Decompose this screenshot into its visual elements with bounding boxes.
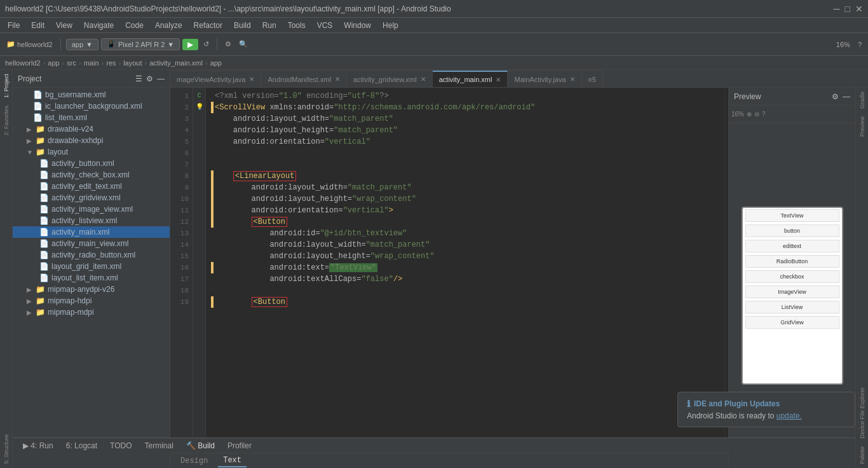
expand-icon-3[interactable]: ▶ xyxy=(27,126,33,133)
tab-gradle[interactable]: Gradle xyxy=(858,88,867,113)
editor-tab-close-3[interactable]: ✕ xyxy=(496,76,501,83)
tab-profiler[interactable]: Profiler xyxy=(222,440,257,451)
tree-item-15[interactable]: 📄layout_grid_item.xml xyxy=(13,261,170,272)
toolbar-icon-2[interactable]: 🔍 xyxy=(236,39,250,50)
tab-favorites[interactable]: 2: Favorites xyxy=(2,102,11,139)
tree-item-9[interactable]: 📄activity_gridview.xml xyxy=(13,192,170,203)
breadcrumb-item-7[interactable]: app xyxy=(210,59,222,67)
update-link[interactable]: update. xyxy=(776,411,802,420)
tab-device-file-explorer[interactable]: Device File Explorer xyxy=(858,383,867,443)
menu-item-edit[interactable]: Edit xyxy=(26,20,50,31)
breadcrumb-item-2[interactable]: src xyxy=(67,59,76,67)
breadcrumb-item-6[interactable]: activity_main.xml xyxy=(149,59,203,67)
tab-run[interactable]: ▶ 4: Run xyxy=(18,440,58,451)
tree-item-19[interactable]: ▶📁mipmap-mdpi xyxy=(13,306,170,318)
expand-icon-5[interactable]: ▼ xyxy=(27,149,33,156)
menu-item-build[interactable]: Build xyxy=(229,20,256,31)
editor-tab-close-0[interactable]: ✕ xyxy=(249,76,254,83)
design-tab-design[interactable]: Design xyxy=(175,455,213,467)
tree-item-13[interactable]: 📄activity_main_view.xml xyxy=(13,238,170,249)
project-name-label[interactable]: 📁 helloworld2 xyxy=(4,39,55,50)
tree-item-18[interactable]: ▶📁mipmap-hdpi xyxy=(13,295,170,306)
tab-terminal[interactable]: Terminal xyxy=(140,440,179,451)
toolbar-icon-1[interactable]: ⚙ xyxy=(222,39,234,50)
expand-icon-18[interactable]: ▶ xyxy=(27,298,33,305)
editor-tab-close-1[interactable]: ✕ xyxy=(335,76,340,83)
tree-item-1[interactable]: 📄ic_launcher_background.xml xyxy=(13,100,170,112)
tab-preview-vtab[interactable]: Preview xyxy=(858,113,867,141)
tree-item-7[interactable]: 📄activity_check_box.xml xyxy=(13,169,170,181)
maximize-button[interactable]: □ xyxy=(845,4,850,14)
project-action-icon-1[interactable]: ☰ xyxy=(135,74,142,83)
menu-item-code[interactable]: Code xyxy=(120,20,149,31)
menu-item-window[interactable]: Window xyxy=(339,20,376,31)
breadcrumb-item-0[interactable]: helloworld2 xyxy=(5,59,41,67)
preview-close-icon[interactable]: — xyxy=(843,92,850,101)
tree-item-6[interactable]: 📄activity_button.xml xyxy=(13,158,170,169)
tree-item-0[interactable]: 📄bg_username.xml xyxy=(13,89,170,100)
menu-item-refactor[interactable]: Refactor xyxy=(189,20,227,31)
tab-structure[interactable]: 5: Structure xyxy=(2,430,11,468)
editor-tab-close-4[interactable]: ✕ xyxy=(570,76,575,83)
code-editor[interactable]: 12345678910111213141516171819 C💡 <?xml v… xyxy=(170,88,728,468)
xml-icon-0: 📄 xyxy=(33,90,43,99)
close-button[interactable]: ✕ xyxy=(855,4,863,14)
project-action-icon-2[interactable]: ⚙ xyxy=(146,74,153,83)
project-action-icon-3[interactable]: — xyxy=(157,74,165,83)
editor-tab-0[interactable]: mageViewActivity.java✕ xyxy=(170,71,261,87)
tree-item-17[interactable]: ▶📁mipmap-anydpi-v26 xyxy=(13,284,170,295)
menu-item-help[interactable]: Help xyxy=(377,20,403,31)
code-line-1: <?xml version="1.0" encoding="utf-8"?> xyxy=(211,90,719,102)
design-tab-text[interactable]: Text xyxy=(218,455,247,467)
tree-item-11[interactable]: 📄activity_listview.xml xyxy=(13,215,170,226)
window-controls[interactable]: ─ □ ✕ xyxy=(834,4,863,14)
tab-build[interactable]: 🔨 Build xyxy=(181,440,220,451)
tree-item-16[interactable]: 📄layout_list_item.xml xyxy=(13,272,170,284)
breadcrumb-item-3[interactable]: main xyxy=(84,59,99,67)
expand-icon-17[interactable]: ▶ xyxy=(27,286,33,293)
menu-item-view[interactable]: View xyxy=(51,20,78,31)
tab-logcat[interactable]: 6: Logcat xyxy=(61,440,102,451)
device-selector[interactable]: 📱 Pixel 2 API R 2 ▼ xyxy=(101,38,180,50)
preview-settings-icon[interactable]: ⚙ xyxy=(832,92,839,101)
breadcrumb-item-5[interactable]: layout xyxy=(123,59,142,67)
preview-icon-2[interactable]: ⊖ xyxy=(754,111,759,118)
tree-item-5[interactable]: ▼📁layout xyxy=(13,146,170,158)
tree-item-10[interactable]: 📄activity_image_view.xml xyxy=(13,203,170,215)
code-content[interactable]: <?xml version="1.0" encoding="utf-8"?><S… xyxy=(206,88,724,442)
tree-item-12[interactable]: 📄activity_main.xml xyxy=(13,226,170,238)
menu-item-file[interactable]: File xyxy=(3,20,25,31)
expand-icon-4[interactable]: ▶ xyxy=(27,137,33,144)
tree-item-8[interactable]: 📄activity_edit_text.xml xyxy=(13,181,170,192)
menu-item-vcs[interactable]: VCS xyxy=(312,20,338,31)
minimize-button[interactable]: ─ xyxy=(834,4,840,14)
folder-icon-18: 📁 xyxy=(36,296,45,305)
menu-item-tools[interactable]: Tools xyxy=(283,20,311,31)
preview-icon-1[interactable]: ⊕ xyxy=(747,111,752,118)
editor-tab-4[interactable]: MainActivity.java✕ xyxy=(508,71,581,87)
breadcrumb-item-4[interactable]: res xyxy=(106,59,116,67)
preview-icon-3[interactable]: ? xyxy=(762,111,766,118)
toolbar-help-icon[interactable]: ? xyxy=(855,39,864,50)
breadcrumb-item-1[interactable]: app xyxy=(48,59,59,67)
module-selector[interactable]: app ▼ xyxy=(66,39,98,50)
editor-tab-close-2[interactable]: ✕ xyxy=(421,76,426,83)
tab-todo[interactable]: TODO xyxy=(105,440,137,451)
tree-item-14[interactable]: 📄activity_radio_button.xml xyxy=(13,249,170,261)
run-button[interactable]: ▶ xyxy=(182,39,198,50)
editor-tab-1[interactable]: AndroidManifest.xml✕ xyxy=(261,71,347,87)
editor-tab-5[interactable]: ≡5 xyxy=(582,71,604,87)
menu-item-navigate[interactable]: Navigate xyxy=(79,20,119,31)
tree-item-3[interactable]: ▶📁drawable-v24 xyxy=(13,123,170,135)
editor-tab-3[interactable]: activity_main.xml✕ xyxy=(433,71,508,87)
sync-button[interactable]: ↺ xyxy=(201,39,212,50)
menu-item-run[interactable]: Run xyxy=(257,20,281,31)
editor-tab-2[interactable]: activity_gridview.xml✕ xyxy=(347,71,433,87)
tree-item-2[interactable]: 📄list_item.xml xyxy=(13,112,170,123)
expand-icon-19[interactable]: ▶ xyxy=(27,309,33,316)
tab-palette[interactable]: Palette xyxy=(858,443,867,468)
preview-zoom-label: 16% xyxy=(731,111,744,118)
tab-project[interactable]: 1: Project xyxy=(2,70,11,102)
tree-item-4[interactable]: ▶📁drawable-xxhdpi xyxy=(13,135,170,146)
menu-item-analyze[interactable]: Analyze xyxy=(150,20,187,31)
